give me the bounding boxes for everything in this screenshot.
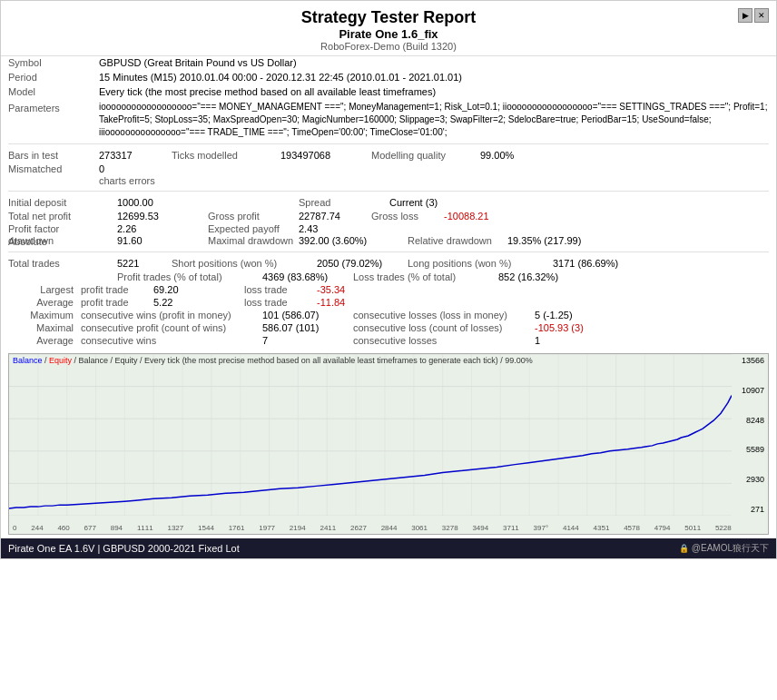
maximal-consec-loss-sub: consecutive loss (count of losses) — [353, 322, 535, 333]
mismatched-row: Mismatched 0 — [1, 163, 776, 175]
model-row: Model Every tick (the most precise metho… — [1, 85, 776, 100]
quality-label: Modelling quality — [371, 150, 480, 161]
average-profit-label: profit trade — [81, 297, 153, 308]
x-label: 1977 — [259, 524, 275, 532]
profit-trades-label: Profit trades (% of total) — [117, 271, 262, 282]
chart-y-axis: 13566 10907 8248 5589 2930 271 — [733, 354, 764, 516]
net-profit-label: Total net profit — [8, 211, 117, 222]
chart-svg — [9, 354, 732, 516]
avg-consec-row: Average consecutive wins 7 consecutive l… — [1, 334, 776, 350]
x-label: 1761 — [229, 524, 245, 532]
x-label: 3711 — [503, 524, 519, 532]
max-consec-wins-value: 101 (586.07) — [262, 310, 335, 320]
mismatched-value: 0 — [99, 163, 104, 174]
report-subtitle: Pirate One 1.6_fix — [37, 27, 740, 41]
expected-payoff-value: 2.43 — [299, 223, 318, 234]
short-value: 2050 (79.02%) — [317, 258, 408, 269]
symbol-row: Symbol GBPUSD (Great Britain Pound vs US… — [1, 56, 776, 71]
x-label: 5228 — [715, 524, 732, 532]
x-label: 1111 — [137, 524, 153, 532]
largest-profit-label: profit trade — [81, 284, 153, 295]
maximal-label: Maximal — [8, 322, 81, 333]
x-label: 244 — [31, 524, 43, 532]
profit-factor-label: Profit factor — [8, 223, 117, 234]
maximal-consec-loss-value: -105.93 (3) — [535, 322, 584, 333]
maximal-consec-profit-sub: consecutive profit (count of wins) — [81, 322, 262, 333]
close-button[interactable]: ✕ — [754, 8, 769, 23]
average-loss-value: -11.84 — [317, 297, 345, 308]
avg-consec-wins-sub: consecutive wins — [81, 335, 262, 346]
x-label: 460 — [57, 524, 69, 532]
x-label: 3061 — [411, 524, 428, 532]
window-controls: ▶ ✕ — [738, 8, 769, 23]
profit-trades-value: 4369 (83.68%) — [262, 271, 353, 282]
maximal-consec-row: Maximal consecutive profit (count of win… — [1, 321, 776, 334]
equity-legend[interactable]: Equity — [49, 356, 72, 365]
max-consec-wins-sub: consecutive wins (profit in money) — [81, 310, 262, 320]
drawdown-row2: drawdown 91.60 Maximal drawdown 392.00 (… — [1, 235, 776, 248]
symbol-value: GBPUSD (Great Britain Pound vs US Dollar… — [99, 57, 769, 70]
gross-loss-label: Gross loss — [371, 211, 444, 222]
charts-errors-label: charts errors — [1, 175, 776, 187]
params-label: Parameters — [8, 101, 99, 113]
largest-row: Largest profit trade 69.20 loss trade -3… — [1, 283, 776, 296]
x-label: 4578 — [624, 524, 640, 532]
deposit-label: Initial deposit — [8, 197, 117, 208]
gross-profit-value: 22787.74 — [299, 211, 371, 222]
bars-label: Bars in test — [8, 150, 99, 161]
spread-label: Spread — [299, 197, 389, 208]
max-consec-loss-sub: consecutive losses (loss in money) — [353, 310, 535, 320]
divider-2 — [8, 191, 769, 192]
net-profit-value: 12699.53 — [117, 211, 190, 222]
x-label: 2194 — [290, 524, 306, 532]
footer-left: Pirate One EA 1.6V | GBPUSD 2000-2021 Fi… — [8, 543, 240, 554]
average-profit-value: 5.22 — [153, 297, 226, 308]
ticks-label: Ticks modelled — [172, 150, 280, 161]
average-loss-label: loss trade — [244, 297, 317, 308]
spread-value: Current (3) — [389, 197, 438, 208]
max-drawdown-label: Maximal drawdown — [208, 235, 299, 246]
total-trades-label: Total trades — [8, 258, 117, 269]
gross-profit-label: Gross profit — [208, 211, 299, 222]
period-label: Period — [8, 72, 99, 84]
avg-consec-label: Average — [8, 335, 81, 346]
x-label: 0 — [13, 524, 16, 532]
bars-value: 273317 — [99, 150, 172, 161]
expected-payoff-label: Expected payoff — [208, 223, 299, 234]
largest-loss-label: loss trade — [244, 284, 317, 295]
balance-legend[interactable]: Balance — [13, 356, 43, 365]
model-value: Every tick (the most precise method base… — [99, 86, 769, 99]
y-label-3: 8248 — [746, 416, 764, 425]
rel-drawdown-value: 19.35% (217.99) — [507, 235, 581, 246]
max-consec-wins-row: Maximum consecutive wins (profit in mone… — [1, 309, 776, 321]
loss-trades-value: 852 (16.32%) — [498, 271, 558, 282]
deposit-value: 1000.00 — [117, 197, 299, 208]
x-label: 1544 — [198, 524, 214, 532]
x-label: 397° — [534, 524, 549, 532]
loss-trades-label: Loss trades (% of total) — [353, 271, 498, 282]
x-label: 3494 — [472, 524, 488, 532]
profit-factor-value: 2.26 — [117, 223, 190, 234]
x-label: 2844 — [381, 524, 398, 532]
max-consec-loss-value: 5 (-1.25) — [535, 310, 573, 320]
ticks-value: 193497068 — [280, 150, 371, 161]
params-value: ioooooooooooooooooo="=== MONEY_MANAGEMEN… — [99, 101, 769, 139]
period-value: 15 Minutes (M15) 2010.01.04 00:00 - 2020… — [99, 72, 769, 84]
x-label: 4794 — [654, 524, 671, 532]
largest-profit-value: 69.20 — [153, 284, 226, 295]
chart-container: Balance / Equity / Balance / Equity / Ev… — [8, 353, 769, 535]
bars-row: Bars in test 273317 Ticks modelled 19349… — [1, 148, 776, 163]
report-build: RoboForex-Demo (Build 1320) — [37, 41, 740, 52]
params-row: Parameters ioooooooooooooooooo="=== MONE… — [1, 100, 776, 140]
average-label: Average — [8, 297, 81, 308]
y-label-4: 5589 — [746, 445, 764, 454]
abs-drawdown-label2: drawdown — [8, 235, 117, 246]
long-label: Long positions (won %) — [408, 258, 553, 269]
mismatched-label: Mismatched — [8, 163, 99, 174]
footer-brand: 🔒 @EAMOL狼行天下 — [679, 542, 769, 555]
minimize-button[interactable]: ▶ — [738, 8, 752, 23]
deposit-row: Initial deposit 1000.00 Spread Current (… — [1, 195, 776, 210]
max-drawdown-value: 392.00 (3.60%) — [299, 235, 408, 246]
rel-drawdown-label: Relative drawdown — [408, 235, 507, 246]
title-bar: Strategy Tester Report Pirate One 1.6_fi… — [1, 1, 776, 56]
